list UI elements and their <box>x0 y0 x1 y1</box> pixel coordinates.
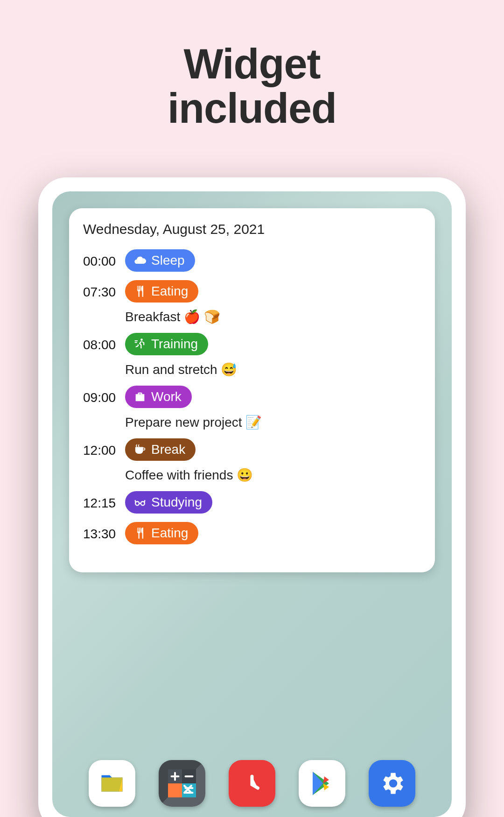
category-pill[interactable]: Sleep <box>125 249 195 272</box>
clock-app-icon[interactable] <box>229 760 275 807</box>
svg-rect-5 <box>168 783 182 797</box>
schedule-entry[interactable]: 00:00Sleep <box>83 249 421 272</box>
category-pill[interactable]: Work <box>125 386 192 408</box>
category-pill[interactable]: Eating <box>125 522 198 544</box>
entry-description: Coffee with friends 😀 <box>125 467 421 483</box>
schedule-entry[interactable]: 12:00BreakCoffee with friends 😀 <box>83 438 421 483</box>
entry-description: Prepare new project 📝 <box>125 415 421 430</box>
svg-point-0 <box>140 338 143 341</box>
pill-label: Eating <box>151 284 188 299</box>
entry-time: 07:30 <box>83 280 125 300</box>
phone-frame: Wednesday, August 25, 2021 00:00Sleep07:… <box>38 177 466 817</box>
utensils-icon <box>133 285 147 298</box>
entry-description: Run and stretch 😅 <box>125 362 421 377</box>
pill-label: Work <box>151 389 182 404</box>
widget-date: Wednesday, August 25, 2021 <box>83 221 421 237</box>
files-app-icon[interactable] <box>89 760 135 807</box>
entry-time: 00:00 <box>83 249 125 269</box>
category-pill[interactable]: Eating <box>125 280 198 303</box>
entry-time: 08:00 <box>83 333 125 352</box>
category-pill[interactable]: Training <box>125 333 208 355</box>
category-pill[interactable]: Studying <box>125 491 212 514</box>
glasses-icon <box>133 496 147 509</box>
entry-time: 12:15 <box>83 491 125 511</box>
schedule-entry[interactable]: 12:15Studying <box>83 491 421 514</box>
entry-time: 12:00 <box>83 438 125 458</box>
entry-description: Breakfast 🍎 🍞 <box>125 309 421 324</box>
play-store-app-icon[interactable] <box>299 760 345 807</box>
entry-time: 13:30 <box>83 522 125 542</box>
schedule-widget[interactable]: Wednesday, August 25, 2021 00:00Sleep07:… <box>69 208 435 572</box>
phone-screen: Wednesday, August 25, 2021 00:00Sleep07:… <box>52 191 452 817</box>
entry-time: 09:00 <box>83 386 125 405</box>
utensils-icon <box>133 527 147 540</box>
schedule-entry[interactable]: 08:00TrainingRun and stretch 😅 <box>83 333 421 377</box>
pill-label: Break <box>151 442 185 457</box>
category-pill[interactable]: Break <box>125 438 196 461</box>
settings-app-icon[interactable] <box>369 760 415 807</box>
promo-headline: Widget included <box>0 0 504 130</box>
schedule-entry[interactable]: 07:30EatingBreakfast 🍎 🍞 <box>83 280 421 324</box>
dock <box>52 761 452 817</box>
cloud-icon <box>133 254 147 267</box>
schedule-entry[interactable]: 09:00WorkPrepare new project 📝 <box>83 386 421 430</box>
pill-label: Eating <box>151 526 188 541</box>
briefcase-icon <box>133 390 147 403</box>
coffee-icon <box>133 443 147 456</box>
running-icon <box>133 338 147 351</box>
pill-label: Sleep <box>151 253 185 268</box>
pill-label: Studying <box>151 495 202 510</box>
calculator-app-icon[interactable] <box>159 760 205 807</box>
schedule-entry[interactable]: 13:30Eating <box>83 522 421 544</box>
pill-label: Training <box>151 337 198 352</box>
